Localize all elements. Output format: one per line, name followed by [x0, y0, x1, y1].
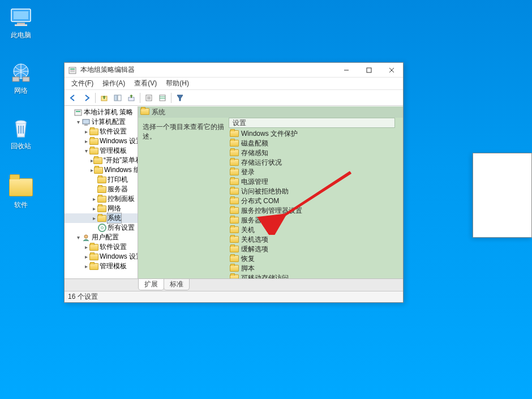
expand-icon[interactable]: ▾ — [75, 119, 81, 125]
tree-node[interactable]: 打印机 — [65, 175, 138, 185]
folder-icon — [230, 169, 239, 177]
details-pane: 系统 选择一个项目来查看它的描述。 设置 Windows 文件保护磁盘配额存储感… — [138, 106, 403, 278]
list-item[interactable]: 缓解选项 — [229, 244, 403, 254]
desktop-icon-software[interactable]: 软件 — [1, 175, 41, 210]
svg-point-31 — [84, 235, 88, 238]
list-item[interactable]: 服务控制管理器设置 — [229, 206, 403, 216]
folder-icon — [97, 195, 106, 203]
folder-icon — [9, 175, 33, 199]
list-item[interactable]: 登录 — [229, 168, 403, 177]
folder-icon — [230, 198, 239, 205]
tree-node-label: 本地计算机 策略 — [84, 108, 133, 117]
list-item-label: 磁盘配额 — [241, 139, 268, 148]
tree-node[interactable]: ▸Windows 设置 — [65, 252, 138, 261]
list-item-label: 服务器管理器 — [241, 216, 282, 225]
tree-node[interactable]: ▸软件设置 — [65, 242, 138, 252]
list-pane: 设置 Windows 文件保护磁盘配额存储感知存储运行状况登录电源管理访问被拒绝… — [229, 118, 403, 278]
menu-help[interactable]: 帮助(H) — [161, 78, 194, 89]
svg-point-7 — [16, 121, 26, 124]
list-item[interactable]: 访问被拒绝协助 — [229, 187, 403, 196]
list-item[interactable]: 关机选项 — [229, 235, 403, 244]
list-item-label: 可移动存储访问 — [241, 273, 289, 278]
tree-node[interactable]: ▸软件设置 — [65, 127, 138, 136]
titlebar[interactable]: 本地组策略编辑器 — [65, 63, 403, 78]
column-header-setting[interactable]: 设置 — [229, 118, 395, 128]
tab-standard[interactable]: 标准 — [164, 279, 190, 290]
list-item[interactable]: 服务器管理器 — [229, 216, 403, 225]
expand-icon[interactable]: ▸ — [83, 254, 89, 260]
expand-icon[interactable]: ▸ — [83, 138, 89, 144]
list-item-label: 脚本 — [241, 264, 255, 273]
window-title: 本地组策略编辑器 — [80, 65, 335, 75]
folder-icon — [230, 140, 239, 148]
tb-up[interactable] — [98, 92, 110, 104]
list-item[interactable]: 脚本 — [229, 264, 403, 273]
folder-icon — [89, 263, 98, 271]
tree-node-label: 软件设置 — [100, 242, 127, 252]
list-item[interactable]: Windows 文件保护 — [229, 129, 403, 139]
tree-node[interactable]: 服务器 — [65, 185, 138, 194]
list-item[interactable]: 恢复 — [229, 254, 403, 264]
tree-node[interactable]: ▸网络 — [65, 204, 138, 213]
tree-node[interactable]: ▸管理模板 — [65, 261, 138, 271]
expand-icon[interactable]: ▸ — [91, 205, 97, 212]
svg-rect-10 — [70, 70, 75, 71]
tree-node[interactable]: ▸Windows 组件 — [65, 165, 138, 175]
expand-icon[interactable]: ▸ — [91, 215, 97, 221]
list-item-label: 关机选项 — [241, 235, 268, 244]
desktop-icon-this-pc[interactable]: 此电脑 — [1, 6, 41, 40]
folder-icon — [89, 147, 98, 155]
tb-filter[interactable] — [174, 92, 186, 104]
folder-icon — [97, 186, 106, 194]
desktop-icon-recycle-bin[interactable]: 回收站 — [1, 117, 41, 151]
list-item[interactable]: 分布式 COM — [229, 196, 403, 206]
expand-icon[interactable]: ▸ — [83, 244, 89, 250]
separator — [95, 93, 96, 103]
tb-properties[interactable] — [143, 92, 155, 104]
list-item-label: 登录 — [241, 168, 255, 177]
tree-node[interactable]: ▾管理模板 — [65, 146, 138, 156]
tree-pane[interactable]: 本地计算机 策略▾计算机配置▸软件设置▸Windows 设置▾管理模板▸“开始”… — [65, 106, 138, 278]
expand-icon[interactable]: ▸ — [83, 263, 89, 269]
list-item[interactable]: 可移动存储访问 — [229, 273, 403, 278]
tb-export-list[interactable] — [125, 92, 138, 104]
list-item[interactable]: 磁盘配额 — [229, 139, 403, 148]
list-item[interactable]: 存储运行状况 — [229, 158, 403, 168]
tab-extended[interactable]: 扩展 — [138, 279, 164, 290]
expand-icon[interactable]: ▸ — [83, 128, 89, 135]
list-item[interactable]: 存储感知 — [229, 148, 403, 158]
desktop-icon-network[interactable]: 网络 — [1, 61, 41, 96]
menu-file[interactable]: 文件(F) — [67, 78, 98, 89]
tree-node[interactable]: ▾计算机配置 — [65, 117, 138, 127]
network-icon — [9, 61, 33, 85]
minimize-button[interactable] — [335, 63, 358, 78]
tree-node[interactable]: ▸控制面板 — [65, 194, 138, 204]
list-item-label: 访问被拒绝协助 — [241, 187, 289, 196]
svg-rect-18 — [118, 95, 121, 101]
tb-show-hide-tree[interactable] — [111, 92, 124, 104]
tb-back[interactable] — [67, 92, 79, 104]
expand-icon[interactable]: ▾ — [75, 234, 81, 241]
maximize-button[interactable] — [358, 63, 380, 78]
tree-node[interactable]: 本地计算机 策略 — [65, 108, 138, 117]
menu-view[interactable]: 查看(V) — [130, 78, 161, 89]
tree-node[interactable]: 所有设置 — [65, 223, 138, 233]
separator — [171, 93, 171, 103]
tb-refresh[interactable] — [156, 92, 169, 104]
items-list[interactable]: Windows 文件保护磁盘配额存储感知存储运行状况登录电源管理访问被拒绝协助分… — [229, 129, 403, 278]
tree-node-label: 管理模板 — [100, 261, 127, 271]
tree-node[interactable]: ▾用户配置 — [65, 233, 138, 242]
tree-node[interactable]: ▸系统 — [65, 213, 138, 223]
menu-action[interactable]: 操作(A) — [98, 78, 130, 89]
gpedit-window: 本地组策略编辑器 文件(F) 操作(A) 查看(V) 帮助(H) 本地计算机 策… — [64, 62, 404, 303]
expand-icon[interactable]: ▾ — [83, 148, 89, 154]
tb-forward[interactable] — [80, 92, 93, 104]
close-button[interactable] — [380, 63, 403, 78]
list-item[interactable]: 电源管理 — [229, 177, 403, 187]
tree-node[interactable]: ▸“开始”菜单和任务栏 — [65, 156, 138, 165]
settings-icon — [97, 224, 106, 232]
list-item[interactable]: 关机 — [229, 225, 403, 235]
list-item-label: 存储感知 — [241, 148, 268, 158]
expand-icon[interactable]: ▸ — [91, 196, 97, 202]
tree-node[interactable]: ▸Windows 设置 — [65, 136, 138, 146]
